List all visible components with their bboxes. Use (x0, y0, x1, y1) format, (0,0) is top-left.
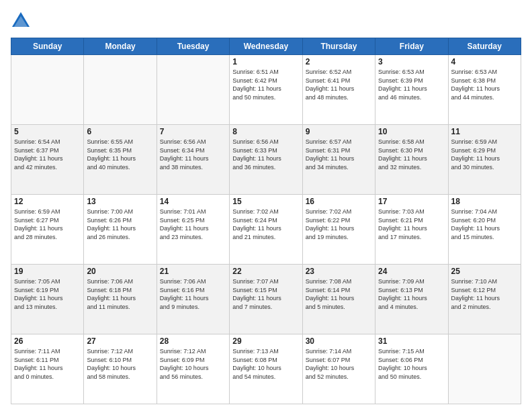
day-info: Sunrise: 6:53 AM Sunset: 6:39 PM Dayligh… (378, 68, 445, 101)
day-number: 18 (451, 197, 518, 206)
day-info: Sunrise: 6:54 AM Sunset: 6:37 PM Dayligh… (14, 138, 81, 171)
calendar-cell: 16Sunrise: 7:02 AM Sunset: 6:22 PM Dayli… (302, 195, 375, 265)
calendar-cell: 24Sunrise: 7:09 AM Sunset: 6:13 PM Dayli… (375, 265, 448, 334)
day-info: Sunrise: 6:59 AM Sunset: 6:29 PM Dayligh… (451, 138, 518, 171)
day-number: 23 (306, 267, 372, 276)
calendar-cell (84, 55, 157, 125)
calendar-cell: 27Sunrise: 7:12 AM Sunset: 6:10 PM Dayli… (84, 334, 157, 404)
day-header-sunday: Sunday (11, 38, 84, 55)
day-info: Sunrise: 7:03 AM Sunset: 6:21 PM Dayligh… (378, 208, 445, 241)
calendar: SundayMondayTuesdayWednesdayThursdayFrid… (11, 38, 521, 404)
calendar-cell: 31Sunrise: 7:15 AM Sunset: 6:06 PM Dayli… (375, 334, 448, 404)
day-info: Sunrise: 6:57 AM Sunset: 6:31 PM Dayligh… (306, 138, 372, 171)
calendar-cell: 5Sunrise: 6:54 AM Sunset: 6:37 PM Daylig… (11, 125, 84, 195)
header (11, 11, 521, 31)
day-number: 8 (232, 127, 299, 136)
day-number: 29 (232, 336, 299, 346)
calendar-cell (157, 55, 229, 125)
day-info: Sunrise: 7:09 AM Sunset: 6:13 PM Dayligh… (378, 277, 445, 311)
calendar-cell: 22Sunrise: 7:07 AM Sunset: 6:15 PM Dayli… (230, 265, 302, 334)
calendar-cell: 20Sunrise: 7:06 AM Sunset: 6:18 PM Dayli… (84, 265, 157, 334)
day-number: 21 (160, 267, 226, 276)
day-header-tuesday: Tuesday (157, 38, 229, 55)
calendar-cell: 6Sunrise: 6:55 AM Sunset: 6:35 PM Daylig… (84, 125, 157, 195)
day-number: 3 (378, 57, 445, 66)
calendar-cell: 18Sunrise: 7:04 AM Sunset: 6:20 PM Dayli… (448, 195, 521, 265)
day-info: Sunrise: 7:02 AM Sunset: 6:24 PM Dayligh… (232, 208, 299, 241)
day-info: Sunrise: 6:55 AM Sunset: 6:35 PM Dayligh… (87, 138, 153, 171)
day-number: 25 (451, 267, 518, 276)
calendar-cell: 23Sunrise: 7:08 AM Sunset: 6:14 PM Dayli… (302, 265, 375, 334)
calendar-cell: 13Sunrise: 7:00 AM Sunset: 6:26 PM Dayli… (84, 195, 157, 265)
day-info: Sunrise: 7:05 AM Sunset: 6:19 PM Dayligh… (14, 277, 81, 311)
calendar-cell: 30Sunrise: 7:14 AM Sunset: 6:07 PM Dayli… (302, 334, 375, 404)
calendar-cell: 11Sunrise: 6:59 AM Sunset: 6:29 PM Dayli… (448, 125, 521, 195)
day-info: Sunrise: 6:56 AM Sunset: 6:34 PM Dayligh… (160, 138, 226, 171)
day-info: Sunrise: 7:01 AM Sunset: 6:25 PM Dayligh… (160, 208, 226, 241)
day-info: Sunrise: 7:12 AM Sunset: 6:09 PM Dayligh… (160, 347, 226, 381)
day-info: Sunrise: 7:06 AM Sunset: 6:18 PM Dayligh… (87, 277, 153, 311)
day-info: Sunrise: 7:12 AM Sunset: 6:10 PM Dayligh… (87, 347, 153, 381)
day-number: 1 (232, 57, 299, 66)
calendar-header-row: SundayMondayTuesdayWednesdayThursdayFrid… (11, 38, 521, 55)
calendar-week-row: 19Sunrise: 7:05 AM Sunset: 6:19 PM Dayli… (11, 265, 521, 334)
calendar-cell: 21Sunrise: 7:06 AM Sunset: 6:16 PM Dayli… (157, 265, 229, 334)
calendar-cell: 14Sunrise: 7:01 AM Sunset: 6:25 PM Dayli… (157, 195, 229, 265)
calendar-cell (11, 55, 84, 125)
calendar-cell: 12Sunrise: 6:59 AM Sunset: 6:27 PM Dayli… (11, 195, 84, 265)
day-info: Sunrise: 7:13 AM Sunset: 6:08 PM Dayligh… (232, 347, 299, 381)
day-number: 28 (160, 336, 226, 346)
day-info: Sunrise: 7:08 AM Sunset: 6:14 PM Dayligh… (306, 277, 372, 311)
calendar-cell: 19Sunrise: 7:05 AM Sunset: 6:19 PM Dayli… (11, 265, 84, 334)
day-info: Sunrise: 6:51 AM Sunset: 6:42 PM Dayligh… (232, 68, 299, 101)
day-number: 24 (378, 267, 445, 276)
day-number: 5 (14, 127, 81, 136)
day-number: 13 (87, 197, 153, 206)
day-info: Sunrise: 7:14 AM Sunset: 6:07 PM Dayligh… (306, 347, 372, 381)
day-number: 22 (232, 267, 299, 276)
calendar-cell: 29Sunrise: 7:13 AM Sunset: 6:08 PM Dayli… (230, 334, 302, 404)
day-info: Sunrise: 7:11 AM Sunset: 6:11 PM Dayligh… (14, 347, 81, 381)
day-number: 16 (306, 197, 372, 206)
day-number: 27 (87, 336, 153, 346)
day-number: 15 (232, 197, 299, 206)
day-number: 17 (378, 197, 445, 206)
calendar-week-row: 12Sunrise: 6:59 AM Sunset: 6:27 PM Dayli… (11, 195, 521, 265)
day-info: Sunrise: 7:04 AM Sunset: 6:20 PM Dayligh… (451, 208, 518, 241)
day-info: Sunrise: 7:02 AM Sunset: 6:22 PM Dayligh… (306, 208, 372, 241)
calendar-cell: 28Sunrise: 7:12 AM Sunset: 6:09 PM Dayli… (157, 334, 229, 404)
calendar-cell: 17Sunrise: 7:03 AM Sunset: 6:21 PM Dayli… (375, 195, 448, 265)
calendar-cell: 7Sunrise: 6:56 AM Sunset: 6:34 PM Daylig… (157, 125, 229, 195)
calendar-cell: 9Sunrise: 6:57 AM Sunset: 6:31 PM Daylig… (302, 125, 375, 195)
day-number: 20 (87, 267, 153, 276)
day-number: 6 (87, 127, 153, 136)
calendar-cell: 10Sunrise: 6:58 AM Sunset: 6:30 PM Dayli… (375, 125, 448, 195)
day-number: 7 (160, 127, 226, 136)
logo (11, 11, 34, 31)
day-header-friday: Friday (375, 38, 448, 55)
day-header-monday: Monday (84, 38, 157, 55)
day-number: 9 (306, 127, 372, 136)
day-info: Sunrise: 7:10 AM Sunset: 6:12 PM Dayligh… (451, 277, 518, 311)
day-number: 12 (14, 197, 81, 206)
calendar-cell: 15Sunrise: 7:02 AM Sunset: 6:24 PM Dayli… (230, 195, 302, 265)
calendar-cell: 3Sunrise: 6:53 AM Sunset: 6:39 PM Daylig… (375, 55, 448, 125)
calendar-cell: 26Sunrise: 7:11 AM Sunset: 6:11 PM Dayli… (11, 334, 84, 404)
day-info: Sunrise: 6:52 AM Sunset: 6:41 PM Dayligh… (306, 68, 372, 101)
day-info: Sunrise: 7:06 AM Sunset: 6:16 PM Dayligh… (160, 277, 226, 311)
calendar-cell: 25Sunrise: 7:10 AM Sunset: 6:12 PM Dayli… (448, 265, 521, 334)
calendar-cell: 4Sunrise: 6:53 AM Sunset: 6:38 PM Daylig… (448, 55, 521, 125)
calendar-cell: 2Sunrise: 6:52 AM Sunset: 6:41 PM Daylig… (302, 55, 375, 125)
page: SundayMondayTuesdayWednesdayThursdayFrid… (0, 0, 532, 411)
day-header-saturday: Saturday (448, 38, 521, 55)
calendar-week-row: 1Sunrise: 6:51 AM Sunset: 6:42 PM Daylig… (11, 55, 521, 125)
day-number: 14 (160, 197, 226, 206)
day-info: Sunrise: 6:53 AM Sunset: 6:38 PM Dayligh… (451, 68, 518, 101)
day-info: Sunrise: 7:15 AM Sunset: 6:06 PM Dayligh… (378, 347, 445, 381)
day-number: 31 (378, 336, 445, 346)
calendar-cell: 8Sunrise: 6:56 AM Sunset: 6:33 PM Daylig… (230, 125, 302, 195)
day-info: Sunrise: 7:00 AM Sunset: 6:26 PM Dayligh… (87, 208, 153, 241)
calendar-cell (448, 334, 521, 404)
day-number: 2 (306, 57, 372, 66)
day-number: 11 (451, 127, 518, 136)
